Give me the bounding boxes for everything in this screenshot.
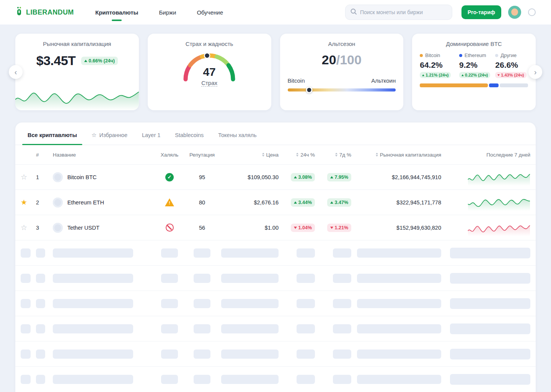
reputation-value: 95 <box>183 174 221 180</box>
favorite-star-icon[interactable]: ★ <box>21 198 36 207</box>
bitcoin-dominance-value: 64.2% <box>420 60 459 70</box>
reputation-value: 80 <box>183 199 221 206</box>
loading-row <box>15 291 536 316</box>
halal-allowed-icon: ✓ <box>165 173 174 181</box>
favorite-star-icon[interactable]: ☆ <box>21 223 36 232</box>
bitcoin-dot-icon <box>420 54 423 57</box>
table-row-tether[interactable]: ☆ 3 Tether USDT 56 $1.00 1.04% 1.21% $15… <box>15 215 536 240</box>
carousel-prev-button[interactable]: ‹ <box>9 65 23 79</box>
fear-greed-state-label[interactable]: Страх <box>201 80 217 87</box>
logo-icon <box>15 7 23 18</box>
sort-icon <box>262 153 264 157</box>
tab-layer1[interactable]: Layer 1 <box>137 126 166 145</box>
up-arrow-icon <box>330 201 333 204</box>
table-header-row: # Название Халяль Репутация Цена 24ч % 7… <box>15 145 536 164</box>
down-arrow-icon <box>294 227 297 229</box>
crypto-table-card: Все криптавлюты ☆Избранное Layer 1 Stabl… <box>15 122 536 392</box>
tab-favorites[interactable]: ☆Избранное <box>86 126 133 145</box>
up-arrow-icon <box>422 74 424 76</box>
up-arrow-icon <box>294 201 297 204</box>
coin-name: Tether USDT <box>67 225 99 231</box>
rank: 3 <box>36 225 53 231</box>
favorite-star-icon[interactable]: ☆ <box>21 173 36 181</box>
price-value: $1.00 <box>221 225 279 231</box>
halal-forbidden-icon <box>166 224 174 232</box>
top-navigation-bar: LIBERANDUM Криптовалюты Биржи Обучение P… <box>0 0 551 24</box>
header-halal: Халяль <box>156 152 183 158</box>
nav-item-education[interactable]: Обучение <box>197 7 223 18</box>
logo-text: LIBERANDUM <box>26 8 74 16</box>
coin-name-cell[interactable]: Bitcoin BTC <box>53 172 156 182</box>
fear-greed-title: Страх и жадность <box>155 41 264 47</box>
circle-indicator-icon[interactable] <box>528 8 536 16</box>
tab-halal-tokens[interactable]: Токены халяль <box>213 126 262 145</box>
down-arrow-icon <box>330 227 333 229</box>
others-bar-segment <box>500 83 528 87</box>
carousel-next-button[interactable]: › <box>528 65 542 79</box>
up-arrow-icon <box>330 176 333 178</box>
market-cap-change-badge: 0.66% (24ч) <box>81 57 118 65</box>
others-change-badge: 1.43% (24ч) <box>495 72 526 78</box>
sort-icon <box>376 153 378 157</box>
market-cap-value: $3.45T <box>36 53 76 68</box>
rank: 1 <box>36 174 53 180</box>
fear-greed-value: 47 <box>203 65 215 78</box>
dominance-stacked-bar <box>420 83 528 87</box>
down-arrow-icon <box>497 74 500 76</box>
ethereum-dominance-value: 9.2% <box>459 60 495 70</box>
legend-item-others: Другие <box>495 52 528 58</box>
loading-row <box>15 265 536 291</box>
logo[interactable]: LIBERANDUM <box>15 7 74 18</box>
change-7d-badge: 3.47% <box>327 198 351 207</box>
loading-row <box>15 316 536 341</box>
change-24h-badge: 3.08% <box>291 173 315 181</box>
market-cap-value: $152,949,630,820 <box>351 225 441 231</box>
nav-item-exchanges[interactable]: Биржи <box>159 7 176 18</box>
search-input[interactable] <box>360 9 447 15</box>
star-icon: ☆ <box>91 132 96 139</box>
altseason-progress-bar <box>288 88 396 91</box>
bitcoin-bar-segment <box>420 83 488 87</box>
pro-plan-button[interactable]: Pro-тариф <box>461 5 501 19</box>
coin-name-cell[interactable]: Tether USDT <box>53 223 156 233</box>
rank: 2 <box>36 199 53 206</box>
altseason-knob[interactable] <box>306 87 313 93</box>
coin-name-cell[interactable]: Ethereum ETH <box>53 198 156 207</box>
loading-row <box>15 366 536 392</box>
header-change-24h[interactable]: 24ч % <box>279 152 315 158</box>
header-price[interactable]: Цена <box>221 152 279 158</box>
chevron-left-icon: ‹ <box>15 68 17 76</box>
header-change-7d[interactable]: 7д % <box>315 152 351 158</box>
tab-all-cryptos[interactable]: Все криптавлюты <box>22 126 82 145</box>
search-icon <box>350 8 357 16</box>
market-cap-value: $322,945,171,778 <box>351 199 441 206</box>
change-24h-badge: 3.44% <box>291 198 315 207</box>
header-reputation: Репутация <box>183 152 221 158</box>
tab-stablecoins[interactable]: Stablecoins <box>170 126 209 145</box>
row-sparkline <box>441 219 530 236</box>
gauge-knob[interactable] <box>204 53 210 58</box>
reputation-value: 56 <box>183 225 221 231</box>
header-last-7-days: Последние 7 дней <box>441 152 530 158</box>
up-arrow-icon <box>461 74 464 76</box>
up-arrow-icon <box>84 60 87 62</box>
table-row-bitcoin[interactable]: ☆ 1 Bitcoin BTC ✓ 95 $109,050.30 3.08% 7… <box>15 164 536 189</box>
row-sparkline <box>441 169 530 186</box>
altseason-value: 20 <box>322 52 336 67</box>
bitcoin-change-badge: 1.21% (24ч) <box>420 72 451 78</box>
others-dominance-value: 26.6% <box>495 60 528 70</box>
header-market-cap[interactable]: Рыночная капитализация <box>351 152 441 158</box>
table-row-ethereum[interactable]: ★ 2 Ethereum ETH ! 80 $2,676.16 3.44% 3.… <box>15 189 536 215</box>
nav-item-cryptocurrencies[interactable]: Криптовалюты <box>95 7 138 18</box>
ethereum-dot-icon <box>459 54 462 57</box>
avatar[interactable] <box>508 6 521 19</box>
search-box[interactable] <box>345 5 452 20</box>
header-name: Название <box>53 152 156 158</box>
loading-row <box>15 341 536 366</box>
btc-dominance-title: Доминирование BTC <box>420 41 528 47</box>
price-value: $2,676.16 <box>221 199 279 206</box>
altseason-max: /100 <box>336 52 362 67</box>
coin-name: Bitcoin BTC <box>67 174 97 180</box>
up-arrow-icon <box>294 176 297 178</box>
change-7d-badge: 1.21% <box>327 224 351 232</box>
